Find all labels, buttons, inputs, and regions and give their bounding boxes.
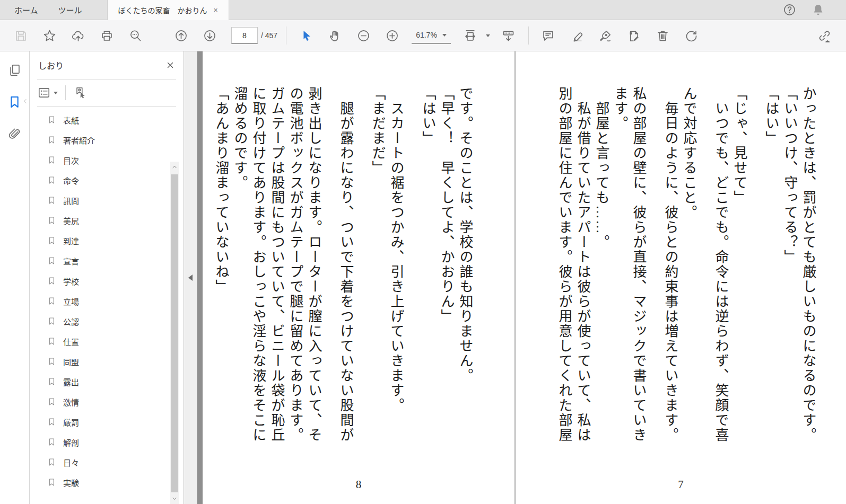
select-tool-button[interactable] [298,26,314,45]
bookmark-item[interactable]: 厳罰 [30,412,184,432]
text-column: 「いいつけ、守ってる？」 [780,86,799,461]
tab-bar: ホームツール ぼくたちの家畜 かおりん × [0,0,846,20]
page-number-input[interactable] [231,27,258,44]
zoom-out-button[interactable] [355,26,371,45]
text-column: ガムテープは股間にもついていて、ビニール袋が恥丘 [267,86,286,461]
rotate-icon [684,29,699,43]
bookmark-item-label: 同盟 [63,356,79,367]
star-icon [42,29,57,43]
save-icon [14,29,28,43]
chevron-left-icon [22,97,29,105]
bell-icon [811,3,825,17]
bookmark-item[interactable]: 解剖 [30,432,184,452]
page-thumbnails-button[interactable] [7,62,23,78]
tab-tools[interactable]: ツール [48,0,92,20]
highlighter-icon [570,29,584,43]
scroll-up-button[interactable] [170,163,179,171]
paperclip-icon [7,127,22,141]
text-column: 「はい」 [762,86,780,461]
bookmark-item[interactable]: 表紙 [30,110,184,130]
goto-current-bookmark-button[interactable] [73,86,87,100]
bookmark-item[interactable]: 実験 [30,472,184,492]
bookmark-item-label: 公認 [63,316,79,327]
bookmark-item[interactable]: 到達 [30,231,184,251]
save-button[interactable] [13,26,29,45]
zoom-in-button[interactable] [384,26,400,45]
bookmark-icon [47,356,56,367]
bookmark-item[interactable]: 著者紹介 [30,130,184,150]
share-link-button[interactable] [816,26,832,45]
bookmark-item[interactable]: 露出 [30,372,184,392]
reading-mode-button[interactable] [501,26,517,45]
navigation-rail [0,51,30,504]
zoom-level-select[interactable]: 61.7% [412,27,451,44]
chevron-down-icon [54,92,58,94]
text-column: 部屋と言っても……。 [592,86,610,461]
bookmarks-panel-button[interactable] [7,94,23,110]
attachments-button[interactable] [7,126,23,142]
tab-home[interactable]: ホーム [4,0,48,20]
text-column: 私が借りていたアパートは彼らが使っていて、私は [573,86,592,461]
scrollbar-thumb[interactable] [171,174,178,492]
bookmark-item[interactable]: 宣言 [30,251,184,271]
highlight-button[interactable] [569,26,585,45]
next-page-button[interactable] [202,26,217,45]
text-column: 私の部屋の壁に、彼らが直接、マジックで書いていき [629,86,648,461]
notifications-button[interactable] [810,1,826,19]
print-button[interactable] [99,26,115,45]
chevron-up-icon [171,164,178,170]
trash-icon [656,29,670,43]
chevron-down-icon[interactable] [486,34,490,37]
bookmark-icon [47,336,56,347]
bookmarks-panel: しおり 表紙著者紹介目次命令訊問美尻到達宣言学校立場公認仕置同盟露出激情厳罰解剖… [30,51,184,504]
zoom-level-value: 61.7% [416,31,437,39]
reading-mode-icon [501,29,516,43]
pdf-page-left[interactable]: です。そのことは、学校の誰も知りません。「早く！ 早くしてよ、かおりん」「はい」… [203,51,514,504]
panel-close-button[interactable] [165,60,175,70]
cloud-upload-button[interactable] [70,26,86,45]
bookmark-item[interactable]: 激情 [30,392,184,412]
bookmark-item[interactable]: 立場 [30,291,184,311]
document-tab[interactable]: ぼくたちの家畜 かおりん × [107,0,229,20]
bookmark-icon [47,296,56,306]
pdf-page-right[interactable]: かったときは、罰がとても厳しいものになるのです。「いいつけ、守ってる？」「はい」… [516,51,846,504]
divider [65,85,66,100]
bookmark-item-label: 日々 [63,457,79,468]
previous-page-button[interactable] [173,26,189,45]
bookmark-item[interactable]: 同盟 [30,351,184,372]
delete-pages-button[interactable] [655,26,671,45]
text-column: スカートの裾をつかみ、引き上げていきます。 [387,86,405,461]
bookmark-item[interactable]: 訊問 [30,190,184,210]
bookmark-icon [47,135,56,145]
fit-width-button[interactable] [463,26,478,45]
bookmark-item[interactable]: 仕置 [30,331,184,351]
bookmark-item-label: 宣言 [63,255,79,267]
bookmarks-scrollbar[interactable] [170,162,179,504]
comment-button[interactable] [540,26,556,45]
bookmark-item[interactable]: 学校 [30,271,184,291]
text-column: 「はい」 [418,86,437,461]
bookmarks-panel-header: しおり [30,51,184,79]
bookmark-item[interactable]: 美尻 [30,210,184,231]
bookmark-item[interactable]: 日々 [30,452,184,472]
text-column: んで対応すること。 [679,86,698,461]
bookmark-item[interactable]: 目次 [30,150,184,170]
bookmark-item[interactable]: 公認 [30,311,184,331]
edit-pdf-button[interactable] [626,26,642,45]
text-column: 毎日のように、彼らとの約束事は増えていきます。 [661,86,679,461]
document-tab-title: ぼくたちの家畜 かおりん [118,5,207,15]
bookmark-icon [47,155,56,165]
search-button[interactable] [127,26,143,45]
cloud-upload-icon [71,29,85,43]
panel-collapse-handle[interactable] [184,51,197,504]
help-button[interactable] [781,1,797,19]
scroll-down-button[interactable] [170,494,179,503]
rotate-pages-button[interactable] [684,26,700,45]
bookmark-options-menu-button[interactable] [37,86,58,100]
tab-close-icon[interactable]: × [213,6,217,14]
star-button[interactable] [41,26,57,45]
bookmark-item[interactable]: 命令 [30,170,184,190]
hand-tool-button[interactable] [327,26,343,45]
search-icon [128,29,143,43]
fill-sign-button[interactable] [598,26,614,45]
